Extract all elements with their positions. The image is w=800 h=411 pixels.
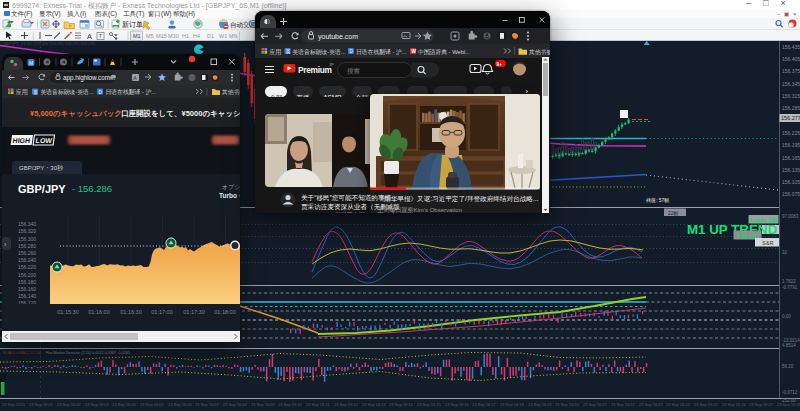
svg-text:M: M [29,60,33,66]
svg-text:- 156.286: - 156.286 [72,183,112,194]
svg-text:M1: M1 [133,33,141,39]
svg-text:9+: 9+ [496,61,502,66]
svg-text:应用: 应用 [16,89,28,96]
svg-text:Turbo・3: Turbo・3 [219,192,240,199]
svg-text:156.300: 156.300 [18,236,36,242]
svg-text:GBP/JPY: GBP/JPY [18,183,66,195]
svg-text:156.180: 156.180 [18,279,36,285]
svg-text:英语音标朗读-英语...: 英语音标朗读-英语... [41,88,95,96]
svg-text:MN: MN [229,33,238,39]
svg-text:156.240: 156.240 [18,257,36,263]
svg-text:T: T [99,33,103,39]
svg-text:M1 MACD of EMA (12,26,2,200): M1 MACD of EMA (12,26,2,200) [3,350,41,355]
svg-text:其他书签: 其他书签 [529,49,551,56]
svg-text:156.160: 156.160 [18,286,36,292]
svg-text:app.highlow.com...: app.highlow.com... [63,74,115,82]
svg-text:156.140: 156.140 [18,293,36,299]
svg-text:M1 UP TREND: M1 UP TREND [687,222,777,237]
svg-text:W: W [411,49,416,54]
svg-text:156.280: 156.280 [18,243,36,249]
svg-text:中国語辞典 - Webl...: 中国語辞典 - Webl... [418,48,470,56]
svg-text:应用: 应用 [269,49,281,56]
svg-text:日语在线翻译 - 沪...: 日语在线翻译 - 沪... [106,88,157,96]
svg-text:HIGH: HIGH [12,137,30,144]
svg-text:M30: M30 [168,33,179,39]
svg-text:M5: M5 [146,33,154,39]
svg-text:Lucky ON: Lucky ON [751,217,777,223]
svg-text:D1: D1 [207,33,214,39]
svg-text:156.200: 156.200 [18,272,36,278]
svg-text:M15: M15 [156,33,167,39]
svg-text:H4: H4 [193,33,200,39]
svg-text:156.320: 156.320 [18,228,36,234]
svg-text:英语音标朗读-英语...: 英语音标朗读-英语... [292,48,346,56]
svg-text:其他书签: 其他书签 [222,89,240,96]
svg-text:Flat Market Detector (2.10) 0: Flat Market Detector (2.10) 0.0522 0.036… [46,350,131,355]
svg-text:オプシ: オプシ [222,184,240,191]
svg-text:H1: H1 [182,33,189,39]
svg-text:S&R: S&R [762,240,774,246]
svg-text:英: 英 [33,90,38,96]
svg-text:Flat-off: Flat-off [738,233,758,239]
svg-text:A: A [87,32,92,41]
svg-text:156.220: 156.220 [18,264,36,270]
svg-text:LOW: LOW [35,137,53,144]
svg-text:英: 英 [285,49,290,55]
svg-text:W1: W1 [219,33,227,39]
svg-text:156.340: 156.340 [18,221,36,227]
svg-text:Premium: Premium [298,64,332,74]
svg-text:新订单: 新订单 [122,20,143,28]
svg-text:日语在线翻译 - 沪...: 日语在线翻译 - 沪... [356,48,407,56]
svg-text:JP: JP [329,61,334,66]
svg-text:youtube.com: youtube.com [318,33,358,41]
svg-text:156.260: 156.260 [18,250,36,256]
svg-text:搜索: 搜索 [347,66,360,74]
